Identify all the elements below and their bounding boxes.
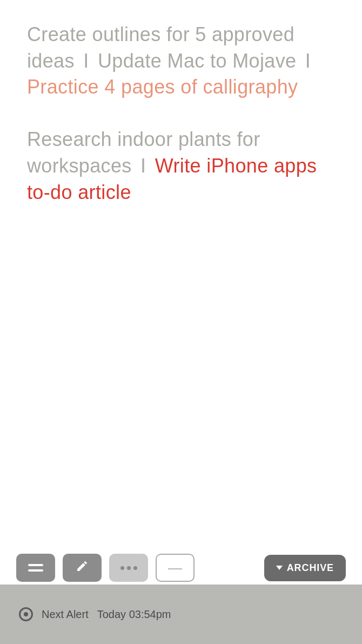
signal-dot <box>24 612 28 616</box>
pencil-button[interactable] <box>63 554 102 582</box>
minus-button[interactable]: — <box>156 554 195 582</box>
arrow-down-icon <box>276 566 283 570</box>
separator-3: I <box>140 155 146 177</box>
task-text-block: Create outlines for 5 approved ideas I U… <box>27 22 335 205</box>
task-text-part2: Update Mac to Mojave <box>98 50 296 72</box>
task-highlight-pink: Practice 4 pages of calligraphy <box>27 76 298 98</box>
signal-icon <box>19 607 33 621</box>
equals-icon <box>28 564 43 572</box>
dots-button[interactable] <box>109 554 148 582</box>
archive-button[interactable]: ARCHIVE <box>264 555 346 581</box>
archive-label: ARCHIVE <box>287 562 334 574</box>
equals-button[interactable] <box>16 554 55 582</box>
separator-1: I <box>83 50 89 72</box>
toolbar: — ARCHIVE <box>0 554 362 582</box>
status-bar: Next Alert Today 03:54pm <box>0 585 362 644</box>
separator-2: I <box>305 50 311 72</box>
status-time: Today 03:54pm <box>97 608 171 621</box>
next-alert-label: Next Alert <box>42 608 89 621</box>
main-content: Create outlines for 5 approved ideas I U… <box>0 0 362 205</box>
minus-icon: — <box>168 561 182 575</box>
pencil-icon <box>76 560 89 576</box>
dots-icon <box>120 566 137 570</box>
